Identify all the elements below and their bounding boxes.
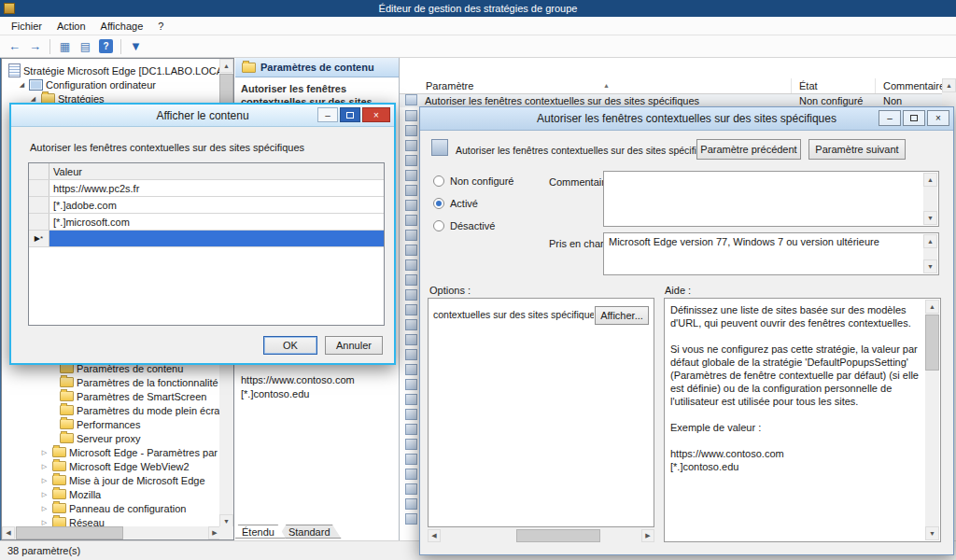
collapsed-icon[interactable]: ▷ xyxy=(39,449,49,456)
comment-textarea[interactable]: ▲ ▼ xyxy=(603,171,939,227)
tree-item-root-gpo[interactable]: Stratégie Microsoft Edge [DC1.LABO.LOCAL… xyxy=(7,63,232,77)
menu-aide[interactable]: ? xyxy=(150,19,171,34)
scrollbar-thumb[interactable] xyxy=(925,315,939,371)
tree-item-edge-webview2[interactable]: ▷ Microsoft Edge WebView2 xyxy=(39,459,190,473)
scrollbar-thumb[interactable] xyxy=(516,529,600,542)
radio-icon[interactable] xyxy=(433,198,444,209)
ok-button[interactable]: OK xyxy=(263,336,317,355)
collapsed-icon[interactable]: ▷ xyxy=(39,519,49,526)
computer-icon xyxy=(29,79,43,91)
policy-setting-icon xyxy=(431,139,448,156)
show-button[interactable]: Afficher... xyxy=(595,306,649,325)
comment-scrollbar[interactable]: ▲ ▼ xyxy=(923,173,937,225)
folder-header: Paramètres de contenu xyxy=(235,58,399,77)
export-list-icon[interactable]: ▤ xyxy=(77,37,94,55)
previous-setting-button[interactable]: Paramètre précédent xyxy=(696,139,801,160)
close-button[interactable]: × xyxy=(927,110,949,126)
scroll-up-icon[interactable]: ▲ xyxy=(923,173,937,187)
collapsed-icon[interactable]: ▷ xyxy=(39,491,49,498)
help-icon[interactable]: ? xyxy=(99,39,113,53)
scroll-down-icon[interactable]: ▼ xyxy=(923,211,937,225)
expanded-icon[interactable]: ◢ xyxy=(17,81,27,89)
tree-item-parametres-smartscreen[interactable]: Paramètres de SmartScreen xyxy=(58,389,206,403)
filter-icon[interactable]: ▼ xyxy=(127,37,145,55)
value-cell[interactable]: [*.]microsoft.com xyxy=(49,214,384,230)
minimize-button[interactable]: – xyxy=(879,110,901,126)
menu-fichier[interactable]: Fichier xyxy=(4,19,49,34)
tree-item-label: Configuration ordinateur xyxy=(43,79,156,91)
radio-desactive[interactable]: Désactivé xyxy=(433,219,495,232)
tree-item-edge-parametres-defaut[interactable]: ▷ Microsoft Edge - Paramètres par défaut xyxy=(39,445,234,459)
tab-etendu[interactable]: Étendu xyxy=(235,525,286,539)
tree-item-performances[interactable]: Performances xyxy=(58,417,140,431)
scroll-right-icon[interactable]: ▶ xyxy=(641,529,654,542)
values-grid: Valeur https://www.pc2s.fr [*.]adobe.com… xyxy=(28,162,385,326)
menu-action[interactable]: Action xyxy=(49,19,93,34)
scroll-down-icon[interactable]: ▼ xyxy=(923,259,937,273)
grid-row[interactable]: [*.]microsoft.com xyxy=(29,214,384,231)
folder-icon xyxy=(52,475,66,485)
supported-on-field[interactable]: Microsoft Edge version 77, Windows 7 ou … xyxy=(603,232,939,275)
tree-item-label: Serveur proxy xyxy=(74,433,140,444)
scroll-up-icon[interactable]: ▲ xyxy=(923,234,937,248)
radio-icon[interactable] xyxy=(433,175,444,187)
dialog-titlebar[interactable]: Autoriser les fenêtres contextuelles sur… xyxy=(420,107,953,131)
value-cell[interactable]: https://www.pc2s.fr xyxy=(49,180,384,196)
maximize-button[interactable] xyxy=(340,107,360,122)
tree-item-parametres-plein-ecran[interactable]: Paramètres du mode plein écran xyxy=(58,403,226,417)
setting-description-excerpt: https://www.contoso.com [*.]contoso.edu xyxy=(241,373,355,401)
tab-standard[interactable]: Standard xyxy=(277,525,342,539)
minimize-button[interactable]: – xyxy=(317,107,338,122)
dialog-titlebar[interactable]: Afficher le contenu – × xyxy=(11,105,394,127)
collapsed-icon[interactable]: ▷ xyxy=(39,463,49,470)
scroll-down-icon[interactable]: ▼ xyxy=(925,526,939,540)
radio-icon[interactable] xyxy=(433,220,444,231)
tree-item-parametres-fonctionnalite[interactable]: Paramètres de la fonctionnalité xyxy=(58,375,218,389)
cancel-button[interactable]: Annuler xyxy=(325,336,383,355)
scrollbar-thumb[interactable] xyxy=(16,526,123,539)
tree-item-mise-a-jour-edge[interactable]: ▷ Mise à jour de Microsoft Edge xyxy=(39,473,205,487)
value-cell[interactable]: [*.]adobe.com xyxy=(49,197,384,213)
tree-item-computer-configuration[interactable]: ◢ Configuration ordinateur xyxy=(17,77,156,91)
minimize-icon: – xyxy=(887,113,893,123)
back-icon[interactable]: ← xyxy=(6,37,23,55)
tree-item-mozilla[interactable]: ▷ Mozilla xyxy=(39,487,101,501)
column-header-parametre[interactable]: Paramètre xyxy=(400,78,792,93)
folder-icon xyxy=(52,489,66,499)
menu-affichage[interactable]: Affichage xyxy=(93,19,151,34)
forward-icon[interactable]: → xyxy=(26,37,44,55)
value-cell-selected[interactable] xyxy=(49,231,384,246)
tree-item-panneau-configuration[interactable]: ▷ Panneau de configuration xyxy=(39,501,186,515)
grid-new-row[interactable]: ▶* xyxy=(29,231,384,247)
close-icon: × xyxy=(935,113,941,123)
supported-scrollbar[interactable]: ▲ ▼ xyxy=(923,234,937,273)
radio-active[interactable]: Activé xyxy=(433,197,478,210)
scrollbar-corner xyxy=(219,526,233,539)
grid-row[interactable]: https://www.pc2s.fr xyxy=(29,180,384,197)
scroll-up-icon[interactable]: ▲ xyxy=(925,300,939,314)
radio-non-configure[interactable]: Non configuré xyxy=(433,175,514,188)
console-tree-icon[interactable]: ▦ xyxy=(56,37,74,55)
maximize-button[interactable] xyxy=(903,110,925,126)
grid-row[interactable]: [*.]adobe.com xyxy=(29,197,384,214)
close-button[interactable]: × xyxy=(362,107,390,122)
help-example-line: [*.]contoso.edu xyxy=(670,460,921,473)
next-setting-button[interactable]: Paramètre suivant xyxy=(808,139,906,160)
setting-row-icon xyxy=(405,469,417,480)
column-header-etat[interactable]: État xyxy=(792,78,876,93)
options-horizontal-scrollbar[interactable]: ◀ ▶ xyxy=(428,529,654,542)
collapsed-icon[interactable]: ▷ xyxy=(39,505,49,512)
grid-header-row: Valeur xyxy=(29,163,384,180)
tree-horizontal-scrollbar[interactable]: ◀ ▶ xyxy=(2,526,221,539)
scroll-left-icon[interactable]: ◀ xyxy=(428,529,441,542)
column-header-valeur[interactable]: Valeur xyxy=(49,163,384,179)
scroll-up-icon[interactable]: ▲ xyxy=(219,59,233,73)
scroll-left-icon[interactable]: ◀ xyxy=(2,526,15,539)
collapsed-icon[interactable]: ▷ xyxy=(39,477,49,484)
settings-list-row[interactable]: Autoriser les fenêtres contextuelles sur… xyxy=(400,94,956,107)
expanded-icon[interactable]: ◢ xyxy=(28,95,38,103)
tree-item-serveur-proxy[interactable]: Serveur proxy xyxy=(58,431,140,445)
tree-item-label: Mise à jour de Microsoft Edge xyxy=(66,475,205,486)
scroll-up-icon[interactable]: ▲ xyxy=(942,78,956,92)
folder-icon xyxy=(52,503,66,513)
